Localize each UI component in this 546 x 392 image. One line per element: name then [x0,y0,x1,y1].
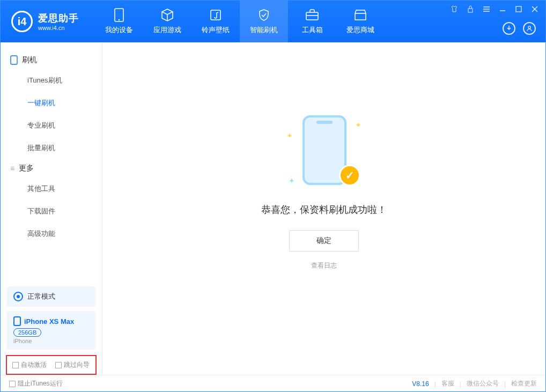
list-icon: ≡ [10,164,14,173]
svg-rect-5 [516,6,521,12]
skip-guide-checkbox[interactable]: 跳过向导 [55,360,90,369]
svg-rect-4 [468,9,473,12]
phone-icon [10,55,18,65]
sidebar-item-pro-flash[interactable]: 专业刷机 [1,114,102,137]
shield-icon [257,8,271,22]
support-link[interactable]: 客服 [441,379,454,388]
app-name: 爱思助手 [38,12,79,25]
mode-card[interactable]: 正常模式 [7,286,95,307]
success-message: 恭喜您，保资料刷机成功啦！ [261,203,387,216]
tab-store[interactable]: 爱思商城 [336,1,385,42]
tshirt-icon[interactable] [450,5,459,13]
toolbox-icon [305,8,319,22]
sidebar-item-other-tools[interactable]: 其他工具 [1,177,102,200]
sidebar-item-batch-flash[interactable]: 批量刷机 [1,137,102,159]
device-name: iPhone XS Max [24,317,74,326]
tab-flash[interactable]: 智能刷机 [240,1,288,42]
checkbox-label: 阻止iTunes运行 [18,379,63,388]
sparkle-icon: ✦ [286,131,293,140]
header-actions [503,22,536,35]
download-button[interactable] [503,22,515,35]
tab-label: 工具箱 [302,25,323,35]
checkbox-icon [55,362,62,368]
mode-label: 正常模式 [27,292,55,301]
device-phone-icon [13,316,21,326]
app-url: www.i4.cn [38,25,79,31]
check-update-link[interactable]: 检查更新 [511,379,537,388]
menu-icon[interactable] [482,5,491,13]
close-icon[interactable] [530,5,539,13]
highlighted-options: 自动激活 跳过向导 [6,355,97,375]
ok-button[interactable]: 确定 [289,230,359,252]
logo[interactable]: i4 爱思助手 www.i4.cn [1,11,90,32]
tab-label: 智能刷机 [250,25,278,35]
tab-ringtones[interactable]: 铃声壁纸 [191,1,240,42]
auto-activate-checkbox[interactable]: 自动激活 [12,360,47,369]
block-itunes-checkbox[interactable]: 阻止iTunes运行 [9,379,63,388]
checkbox-label: 跳过向导 [64,360,90,369]
tab-label: 我的设备 [105,25,133,35]
device-icon [112,8,126,22]
tab-label: 爱思商城 [346,25,374,35]
sidebar-item-itunes-flash[interactable]: iTunes刷机 [1,69,102,92]
logo-icon: i4 [11,11,33,32]
checkbox-label: 自动激活 [21,360,47,369]
svg-point-1 [119,19,120,20]
sidebar-section-flash[interactable]: 刷机 [1,51,102,69]
tab-my-device[interactable]: 我的设备 [95,1,143,42]
sidebar-item-download-firmware[interactable]: 下载固件 [1,200,102,223]
cube-icon [160,8,174,22]
section-label: 刷机 [22,55,37,65]
sidebar-item-advanced[interactable]: 高级功能 [1,223,102,245]
sidebar-section-more[interactable]: ≡ 更多 [1,159,102,177]
main-content: ✓ ✦ ✦ ✦ 恭喜您，保资料刷机成功啦！ 确定 查看日志 [102,42,545,375]
tab-label: 应用游戏 [153,25,181,35]
svg-rect-3 [306,12,318,20]
minimize-icon[interactable] [498,5,507,13]
maximize-icon[interactable] [514,5,523,13]
sparkle-icon: ✦ [289,176,295,185]
tab-toolbox[interactable]: 工具箱 [288,1,336,42]
checkbox-icon [9,381,16,387]
device-card[interactable]: iPhone XS Max 256GB iPhone [7,311,95,350]
version-label: V8.16 [412,380,429,388]
header: i4 爱思助手 www.i4.cn 我的设备 应用游戏 铃声壁纸 智能刷机 工具… [1,1,545,42]
tab-apps[interactable]: 应用游戏 [143,1,191,42]
capacity-badge: 256GB [13,328,41,337]
device-type: iPhone [13,338,89,344]
success-illustration: ✓ ✦ ✦ ✦ [292,115,356,190]
nav-tabs: 我的设备 应用游戏 铃声壁纸 智能刷机 工具箱 爱思商城 [95,1,385,42]
wechat-link[interactable]: 微信公众号 [467,379,499,388]
music-icon [209,8,223,22]
section-label: 更多 [19,164,34,173]
store-icon [353,8,367,22]
lock-icon[interactable] [466,5,475,13]
svg-point-6 [528,26,530,28]
user-button[interactable] [523,22,536,35]
checkbox-icon [12,362,19,368]
sidebar-item-oneclick-flash[interactable]: 一键刷机 [1,92,102,114]
sparkle-icon: ✦ [355,121,361,129]
sidebar: 刷机 iTunes刷机 一键刷机 专业刷机 批量刷机 ≡ 更多 其他工具 下载固… [1,42,102,375]
view-log-link[interactable]: 查看日志 [311,261,337,270]
footer: 阻止iTunes运行 V8.16 | 客服 | 微信公众号 | 检查更新 [1,375,545,392]
svg-rect-7 [11,56,17,64]
check-circle-icon: ✓ [339,165,360,186]
mode-icon [13,292,23,301]
window-controls [450,5,539,13]
tab-label: 铃声壁纸 [202,25,230,35]
